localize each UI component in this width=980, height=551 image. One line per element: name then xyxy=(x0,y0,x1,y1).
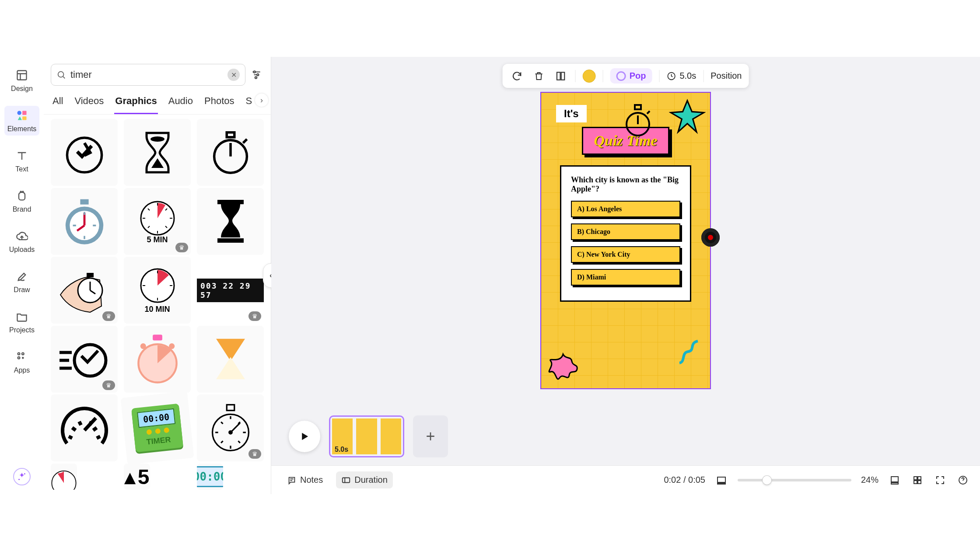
magic-button[interactable] xyxy=(13,468,31,485)
svg-rect-0 xyxy=(18,71,27,80)
segment-thumb xyxy=(381,418,401,454)
duration-icon xyxy=(341,475,351,485)
svg-rect-3 xyxy=(22,116,26,120)
notes-button[interactable]: Notes xyxy=(282,471,328,488)
duration-label: Duration xyxy=(354,475,388,485)
pencil-icon xyxy=(15,269,29,283)
svg-rect-47 xyxy=(914,477,917,480)
trash-icon[interactable] xyxy=(532,69,546,84)
slider-thumb[interactable] xyxy=(763,476,771,485)
graphic-result[interactable] xyxy=(124,119,191,186)
color-swatch[interactable] xyxy=(583,70,596,83)
duration-chip[interactable]: 5.0s xyxy=(666,71,696,81)
duplicate-page-icon[interactable] xyxy=(553,69,568,84)
tab-all[interactable]: All xyxy=(52,93,64,114)
premium-badge: ♛ xyxy=(248,311,261,321)
svg-point-10 xyxy=(18,479,20,480)
graphic-result[interactable]: 00:00 xyxy=(197,464,223,490)
premium-badge: ♛ xyxy=(102,311,115,321)
nav-text[interactable]: Text xyxy=(4,146,39,176)
shapes-icon xyxy=(15,108,29,122)
stopwatch-icon xyxy=(622,103,654,138)
segment-thumb xyxy=(356,418,377,454)
nav-label: Projects xyxy=(9,326,35,334)
graphic-result[interactable] xyxy=(51,188,118,255)
svg-point-14 xyxy=(255,77,257,78)
graphic-result[interactable]: 5 MIN♛ xyxy=(124,188,191,255)
graphic-result[interactable]: ♛ xyxy=(51,326,118,393)
nav-apps[interactable]: Apps xyxy=(4,347,39,377)
play-button[interactable] xyxy=(289,421,320,452)
graphic-result[interactable]: 00:00TIMER xyxy=(120,391,194,465)
svg-rect-42 xyxy=(343,478,350,482)
nav-projects[interactable]: Projects xyxy=(4,307,39,337)
clear-search-button[interactable]: ✕ xyxy=(228,69,240,81)
playhead-caret-icon: ▾ xyxy=(365,415,369,418)
intro-label: It's xyxy=(556,105,587,122)
timeline-segment[interactable]: ▾ 5.0s xyxy=(329,415,404,457)
graphic-result[interactable] xyxy=(124,326,191,393)
design-page[interactable]: It's Quiz Time Which city is known as th… xyxy=(540,92,711,389)
svg-rect-44 xyxy=(718,483,725,484)
graphic-result[interactable] xyxy=(197,188,264,255)
separator xyxy=(703,70,704,82)
graphic-result[interactable]: ♛ xyxy=(51,257,118,324)
graphic-result[interactable]: ▴5 xyxy=(124,464,150,490)
animation-chip[interactable]: Pop xyxy=(610,68,652,84)
nav-elements[interactable]: Elements xyxy=(4,106,39,136)
graphic-result[interactable]: 10 MIN xyxy=(124,257,191,324)
graphic-label: 10 MIN xyxy=(144,305,170,314)
svg-rect-43 xyxy=(718,477,725,482)
filter-button[interactable] xyxy=(249,67,264,82)
search-icon xyxy=(56,70,66,80)
duration-button[interactable]: Duration xyxy=(336,471,393,488)
plus-icon: + xyxy=(426,427,435,446)
nav-uploads[interactable]: Uploads xyxy=(4,227,39,256)
svg-point-5 xyxy=(22,192,23,192)
zoom-slider[interactable] xyxy=(738,479,851,481)
tab-videos[interactable]: Videos xyxy=(74,93,105,114)
nav-label: Design xyxy=(11,85,33,93)
svg-point-7 xyxy=(22,353,24,355)
graphic-result[interactable]: ♛ xyxy=(197,394,264,461)
left-nav: Design Elements Text Brand Uploads Draw … xyxy=(0,57,44,494)
apps-grid-icon xyxy=(15,350,29,364)
premium-badge: ♛ xyxy=(175,243,188,252)
graphic-result[interactable] xyxy=(197,119,264,186)
nav-brand[interactable]: Brand xyxy=(4,186,39,216)
graphic-result[interactable] xyxy=(51,394,118,461)
svg-rect-18 xyxy=(227,132,234,137)
regenerate-icon[interactable] xyxy=(510,69,525,84)
position-button[interactable]: Position xyxy=(710,71,742,81)
svg-rect-24 xyxy=(217,238,244,243)
graphic-result[interactable] xyxy=(197,326,264,393)
graphic-result[interactable] xyxy=(51,119,118,186)
tab-graphics[interactable]: Graphics xyxy=(114,93,158,114)
search-input[interactable] xyxy=(70,69,223,80)
nav-design[interactable]: Design xyxy=(4,66,39,95)
page-view-icon[interactable] xyxy=(888,474,901,487)
help-icon[interactable] xyxy=(956,474,970,487)
star-icon xyxy=(669,99,706,136)
add-page-button[interactable]: + xyxy=(413,415,448,457)
svg-rect-2 xyxy=(22,111,26,115)
tab-audio[interactable]: Audio xyxy=(168,93,194,114)
fullscreen-icon[interactable] xyxy=(934,474,947,487)
canvas-area: Pop 5.0s Position It's Quiz Time Which c… xyxy=(271,57,980,494)
notes-icon xyxy=(287,475,297,485)
grid-view-icon[interactable] xyxy=(911,474,924,487)
tab-more[interactable]: S xyxy=(245,93,253,114)
tab-photos[interactable]: Photos xyxy=(203,93,235,114)
segment-duration: 5.0s xyxy=(335,446,348,453)
animation-name: Pop xyxy=(630,71,646,81)
search-box[interactable]: ✕ xyxy=(51,64,245,86)
play-icon xyxy=(298,430,311,443)
graphic-result[interactable]: 003 22 29 57♛ xyxy=(197,257,264,324)
svg-point-31 xyxy=(140,343,146,349)
nav-draw[interactable]: Draw xyxy=(4,267,39,296)
tabs-scroll-right[interactable]: › xyxy=(255,94,268,107)
context-toolbar: Pop 5.0s Position xyxy=(503,64,749,88)
graphic-result[interactable] xyxy=(51,464,77,490)
thumbnail-view-icon[interactable] xyxy=(715,474,728,487)
nav-label: Apps xyxy=(14,366,30,374)
